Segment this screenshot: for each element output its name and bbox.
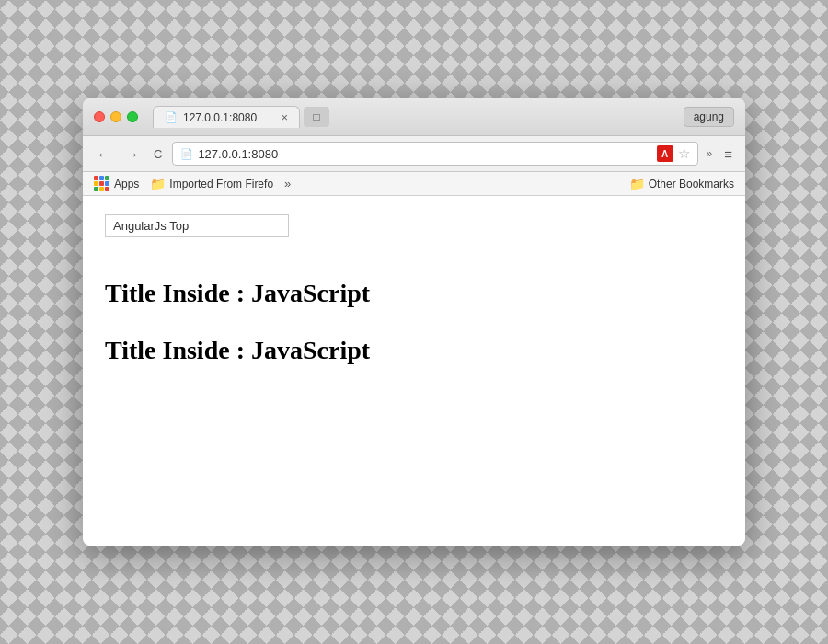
minimize-button[interactable] <box>110 111 121 122</box>
tab-url-label: 127.0.0.1:8080 <box>183 111 257 124</box>
tab-close-button[interactable]: × <box>281 110 288 124</box>
back-button[interactable]: ← <box>92 144 115 164</box>
maximize-button[interactable] <box>127 111 138 122</box>
tab-area: 📄 127.0.0.1:8080 × □ <box>153 106 676 128</box>
close-button[interactable] <box>94 111 105 122</box>
page-title-2: Title Inside : JavaScript <box>105 336 723 365</box>
folder-icon: 📁 <box>150 177 166 191</box>
other-bookmarks-bookmark[interactable]: 📁 Other Bookmarks <box>629 177 734 191</box>
menu-button[interactable]: ≡ <box>720 146 736 162</box>
address-input[interactable] <box>198 147 651 161</box>
refresh-button[interactable]: C <box>149 145 167 163</box>
page-title-1: Title Inside : JavaScript <box>105 279 723 308</box>
other-bookmarks-label: Other Bookmarks <box>649 178 734 190</box>
profile-button[interactable]: agung <box>684 107 734 127</box>
traffic-lights <box>94 111 138 122</box>
address-bar[interactable]: 📄 A ☆ <box>172 142 697 166</box>
active-tab[interactable]: 📄 127.0.0.1:8080 × <box>153 106 300 128</box>
page-content: Title Inside : JavaScript Title Inside :… <box>83 196 745 546</box>
nav-bar: ← → C 📄 A ☆ » ≡ <box>83 136 745 172</box>
apps-bookmark[interactable]: Apps <box>94 176 139 191</box>
angularjs-top-input[interactable] <box>105 214 289 237</box>
extensions-button[interactable]: » <box>704 147 716 160</box>
imported-folder-bookmark[interactable]: 📁 Imported From Firefo <box>150 177 273 191</box>
other-bookmarks-folder-icon: 📁 <box>629 177 645 191</box>
title-bar-right: agung <box>684 107 734 127</box>
bookmarks-bar: Apps 📁 Imported From Firefo » 📁 Other Bo… <box>83 172 745 196</box>
bookmarks-more-button[interactable]: » <box>284 177 291 190</box>
forward-button[interactable]: → <box>121 144 144 164</box>
apps-label: Apps <box>114 178 139 190</box>
tab-favicon-icon: 📄 <box>165 111 178 123</box>
address-favicon-icon: 📄 <box>180 148 193 160</box>
title-bar: 📄 127.0.0.1:8080 × □ agung <box>83 98 745 136</box>
angular-icon: A <box>657 145 673 162</box>
apps-grid-icon <box>94 176 109 191</box>
browser-window: 📄 127.0.0.1:8080 × □ agung ← → C 📄 A ☆ »… <box>83 98 745 546</box>
bookmark-star-icon[interactable]: ☆ <box>678 145 690 162</box>
new-tab-button[interactable]: □ <box>304 107 329 127</box>
imported-folder-label: Imported From Firefo <box>169 178 273 190</box>
